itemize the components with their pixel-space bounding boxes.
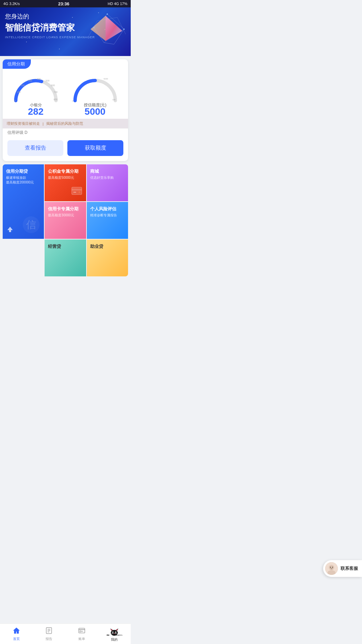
svg-text:200: 200 [21, 84, 25, 87]
gauges-row: 0 100 200 300 400 500 600 700 800 小银分 28… [3, 70, 128, 119]
service-credit-loan[interactable]: 信用分期贷 极速审核放款最高额度200000元 信 [3, 164, 44, 239]
service-assist-title: 助业贷 [90, 244, 125, 250]
service-mall-sub: 优选好货乐享购 [90, 175, 125, 180]
status-time: 23:36 [58, 1, 69, 6]
gauge-score-svg: 0 100 200 300 400 500 600 700 800 [11, 72, 61, 102]
svg-point-23 [40, 80, 43, 83]
svg-text:800: 800 [54, 98, 58, 101]
credit-loan-icon: 信 [21, 215, 41, 236]
service-credit-card-title: 信用卡专属分期 [48, 206, 82, 212]
gauge-credit-value: 5000 [84, 106, 105, 117]
signal-text: 4G 3.2K/s [3, 2, 20, 6]
service-business-title: 经营贷 [48, 244, 82, 250]
view-report-button[interactable]: 查看报告 [7, 140, 63, 156]
status-left: 4G 3.2K/s [3, 2, 20, 6]
gauge-credit-svg: 0 5000 10k [70, 72, 120, 102]
gauge-score-value: 282 [28, 106, 44, 117]
svg-rect-31 [72, 189, 82, 191]
up-arrow-icon [6, 225, 14, 235]
service-assist-loan[interactable]: 助业贷 [87, 239, 128, 276]
service-provident-sub: 最高额度50000元 [48, 175, 82, 180]
battery-text: HD 4G 17% [108, 2, 127, 6]
svg-text:300: 300 [28, 79, 32, 82]
svg-text:600: 600 [51, 84, 55, 87]
service-credit-loan-title: 信用分期贷 [6, 168, 41, 174]
svg-text:信: 信 [26, 219, 36, 230]
service-mall-title: 商城 [90, 168, 125, 174]
service-business-loan[interactable]: 经营贷 [45, 239, 86, 276]
services-grid: 信用分期贷 极速审核放款最高额度200000元 信 公积金专属分期 最高额度50… [3, 164, 128, 276]
svg-text:0: 0 [72, 100, 73, 102]
svg-marker-7 [90, 16, 106, 41]
credit-tag: 信用分期 [3, 59, 31, 69]
svg-text:10k: 10k [112, 99, 116, 101]
ticker-item2: 揭秘背后的风险与防范 [46, 121, 83, 126]
service-provident-fund[interactable]: 公积金专属分期 最高额度50000元 [45, 164, 86, 201]
service-credit-card-sub: 最高额度30000元 [48, 213, 82, 218]
get-credit-button[interactable]: 获取额度 [67, 140, 123, 156]
gauge-score: 0 100 200 300 400 500 600 700 800 小银分 28… [9, 72, 63, 117]
svg-text:5000: 5000 [104, 78, 108, 80]
svg-point-12 [123, 29, 125, 30]
credit-grade: 信用评级 D [3, 128, 128, 137]
service-risk-eval-sub: 精准诊断专属报告 [90, 213, 125, 218]
provident-icon [70, 184, 83, 199]
service-credit-loan-sub: 极速审核放款最高额度200000元 [6, 175, 41, 185]
banner-graphic [87, 11, 127, 51]
svg-text:700: 700 [54, 91, 58, 93]
svg-point-13 [93, 27, 95, 28]
svg-text:100: 100 [17, 91, 21, 93]
service-mall[interactable]: 商城 优选好货乐享购 [87, 164, 128, 201]
ticker-divider: | [43, 122, 44, 126]
status-right: HD 4G 17% [108, 2, 127, 6]
svg-point-27 [94, 79, 97, 82]
service-provident-title: 公积金专属分期 [48, 168, 82, 174]
svg-text:400: 400 [37, 78, 41, 80]
ticker-item1: 理财投资项目被转走 [7, 121, 40, 126]
credit-section: 信用分期 0 100 200 300 400 500 600 7 [3, 59, 128, 161]
gauge-credit: 0 5000 10k 授信额度(元) 5000 [68, 72, 122, 117]
svg-rect-30 [72, 187, 82, 195]
banner: 您身边的 智能信贷消费管家 INTELLIGENCE CREDIT LOANS … [0, 7, 131, 56]
service-credit-card[interactable]: 信用卡专属分期 最高额度30000元 [45, 202, 86, 239]
status-bar: 4G 3.2K/s 23:36 HD 4G 17% [0, 0, 131, 7]
svg-text:0: 0 [14, 100, 15, 102]
svg-line-4 [104, 43, 114, 44]
svg-text:500: 500 [46, 79, 50, 82]
news-ticker: 理财投资项目被转走 | 揭秘背后的风险与防范 [3, 119, 128, 128]
service-risk-eval[interactable]: 个人风险评估 精准诊断专属报告 [87, 202, 128, 239]
svg-point-33 [78, 191, 80, 193]
svg-point-11 [107, 13, 108, 15]
action-buttons: 查看报告 获取额度 [3, 137, 128, 156]
svg-marker-6 [106, 16, 122, 41]
service-risk-eval-title: 个人风险评估 [90, 206, 125, 212]
